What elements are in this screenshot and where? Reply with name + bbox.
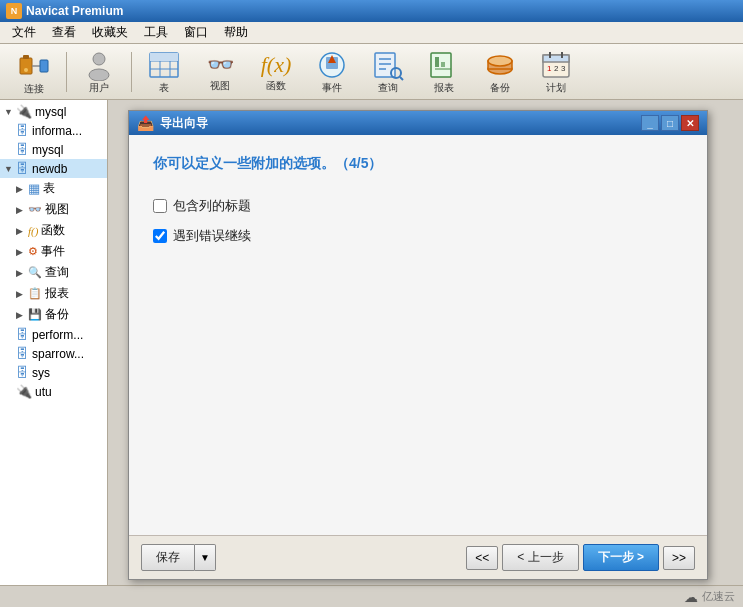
sidebar-label-sparrow: sparrow... xyxy=(32,347,84,361)
sidebar-item-utu[interactable]: 🔌 utu xyxy=(0,382,107,401)
toolbar-event[interactable]: 事件 xyxy=(306,48,358,96)
func-icon: f(x) xyxy=(260,51,292,79)
sidebar-label-query: 查询 xyxy=(45,264,69,281)
last-button[interactable]: >> xyxy=(663,546,695,570)
sidebar-item-func-folder[interactable]: ▶ f() 函数 xyxy=(0,220,107,241)
svg-rect-23 xyxy=(435,57,439,67)
sidebar-item-informa[interactable]: 🗄 informa... xyxy=(0,121,107,140)
sidebar-label-view: 视图 xyxy=(45,201,69,218)
toolbar-view[interactable]: 👓 视图 xyxy=(194,48,246,96)
sidebar-item-mysql-db[interactable]: 🗄 mysql xyxy=(0,140,107,159)
checkbox-continue-error-label: 遇到错误继续 xyxy=(173,227,251,245)
title-bar: N Navicat Premium xyxy=(0,0,743,22)
first-button[interactable]: << xyxy=(466,546,498,570)
toolbar-schedule[interactable]: 1 2 3 计划 xyxy=(530,48,582,96)
sidebar-label-utu: utu xyxy=(35,385,52,399)
svg-point-28 xyxy=(488,56,512,66)
tree-arrow-newdb: ▼ xyxy=(4,164,16,174)
sidebar-label-sys: sys xyxy=(32,366,50,380)
mysql-connection-icon: 🔌 xyxy=(16,104,32,119)
toolbar-event-label: 事件 xyxy=(322,81,342,95)
app-title: Navicat Premium xyxy=(26,4,123,18)
sidebar-label-report: 报表 xyxy=(45,285,69,302)
checkbox-continue-error[interactable] xyxy=(153,229,167,243)
tree-arrow-event: ▶ xyxy=(16,247,28,257)
func-folder-icon: f() xyxy=(28,225,38,237)
next-button[interactable]: 下一步 > xyxy=(583,544,659,571)
checkbox-include-header-label: 包含列的标题 xyxy=(173,197,251,215)
menu-file[interactable]: 文件 xyxy=(4,22,44,43)
main-area: ▼ 🔌 mysql 🗄 informa... 🗄 mysql ▼ 🗄 newdb… xyxy=(0,100,743,585)
svg-text:1: 1 xyxy=(547,64,552,73)
toolbar-report[interactable]: 报表 xyxy=(418,48,470,96)
svg-text:3: 3 xyxy=(561,64,566,73)
export-wizard-dialog: 📤 导出向导 _ □ ✕ 你可以定义一些附加的选项。（4/5） 包含列的标题 xyxy=(128,110,708,580)
sidebar-label-event: 事件 xyxy=(41,243,65,260)
sidebar-item-event-folder[interactable]: ▶ ⚙ 事件 xyxy=(0,241,107,262)
menu-help[interactable]: 帮助 xyxy=(216,22,256,43)
sidebar-item-perform[interactable]: 🗄 perform... xyxy=(0,325,107,344)
sidebar-item-backup-folder[interactable]: ▶ 💾 备份 xyxy=(0,304,107,325)
svg-rect-30 xyxy=(543,55,569,62)
svg-rect-24 xyxy=(441,62,445,67)
dialog-minimize-button[interactable]: _ xyxy=(641,115,659,131)
checkbox-include-header[interactable] xyxy=(153,199,167,213)
footer-right: << < 上一步 下一步 > >> xyxy=(466,544,695,571)
sidebar-item-sparrow[interactable]: 🗄 sparrow... xyxy=(0,344,107,363)
query-icon xyxy=(372,49,404,81)
sidebar-item-table-folder[interactable]: ▶ ▦ 表 xyxy=(0,178,107,199)
connect-icon xyxy=(18,50,50,82)
prev-button[interactable]: < 上一步 xyxy=(502,544,578,571)
sidebar-item-report-folder[interactable]: ▶ 📋 报表 xyxy=(0,283,107,304)
sidebar-label-table: 表 xyxy=(43,180,55,197)
sparrow-db-icon: 🗄 xyxy=(16,346,29,361)
toolbar-user[interactable]: 用户 xyxy=(73,48,125,96)
user-icon xyxy=(83,49,115,81)
checkbox-row-include-header: 包含列的标题 xyxy=(153,197,683,215)
sidebar-item-view-folder[interactable]: ▶ 👓 视图 xyxy=(0,199,107,220)
toolbar-backup[interactable]: 备份 xyxy=(474,48,526,96)
tree-arrow-func: ▶ xyxy=(16,226,28,236)
sidebar-label-func: 函数 xyxy=(41,222,65,239)
dialog-title-label: 导出向导 xyxy=(160,115,208,132)
toolbar-schedule-label: 计划 xyxy=(546,81,566,95)
menu-window[interactable]: 窗口 xyxy=(176,22,216,43)
toolbar-connect[interactable]: 连接 xyxy=(8,48,60,96)
toolbar-user-label: 用户 xyxy=(89,81,109,95)
report-folder-icon: 📋 xyxy=(28,287,42,300)
toolbar-sep-1 xyxy=(66,52,67,92)
dialog-title-controls: _ □ ✕ xyxy=(641,115,699,131)
tree-arrow-table: ▶ xyxy=(16,184,28,194)
dialog-maximize-button[interactable]: □ xyxy=(661,115,679,131)
newdb-icon: 🗄 xyxy=(16,161,29,176)
sidebar: ▼ 🔌 mysql 🗄 informa... 🗄 mysql ▼ 🗄 newdb… xyxy=(0,100,108,585)
toolbar-query[interactable]: 查询 xyxy=(362,48,414,96)
event-icon xyxy=(316,49,348,81)
toolbar-table[interactable]: 表 xyxy=(138,48,190,96)
view-folder-icon: 👓 xyxy=(28,203,42,216)
watermark-icon: ☁ xyxy=(684,589,698,605)
sys-db-icon: 🗄 xyxy=(16,365,29,380)
menu-view[interactable]: 查看 xyxy=(44,22,84,43)
dialog-footer: 保存 ▼ << < 上一步 下一步 > >> xyxy=(129,535,707,579)
tree-arrow-query: ▶ xyxy=(16,268,28,278)
dialog-close-button[interactable]: ✕ xyxy=(681,115,699,131)
sidebar-item-mysql-connection[interactable]: ▼ 🔌 mysql xyxy=(0,102,107,121)
svg-point-2 xyxy=(24,68,28,72)
menu-tools[interactable]: 工具 xyxy=(136,22,176,43)
sidebar-item-newdb[interactable]: ▼ 🗄 newdb xyxy=(0,159,107,178)
sidebar-item-query-folder[interactable]: ▶ 🔍 查询 xyxy=(0,262,107,283)
report-icon xyxy=(428,49,460,81)
menu-bar: 文件 查看 收藏夹 工具 窗口 帮助 xyxy=(0,22,743,44)
tree-arrow-backup: ▶ xyxy=(16,310,28,320)
sidebar-item-sys[interactable]: 🗄 sys xyxy=(0,363,107,382)
menu-favorites[interactable]: 收藏夹 xyxy=(84,22,136,43)
backup-folder-icon: 💾 xyxy=(28,308,42,321)
utu-connection-icon: 🔌 xyxy=(16,384,32,399)
toolbar-func[interactable]: f(x) 函数 xyxy=(250,48,302,96)
dialog-title-bar: 📤 导出向导 _ □ ✕ xyxy=(129,111,707,135)
save-dropdown-arrow-button[interactable]: ▼ xyxy=(195,544,216,571)
save-button[interactable]: 保存 xyxy=(141,544,195,571)
status-right: ☁ 亿速云 xyxy=(684,589,735,605)
tree-arrow-mysql: ▼ xyxy=(4,107,16,117)
